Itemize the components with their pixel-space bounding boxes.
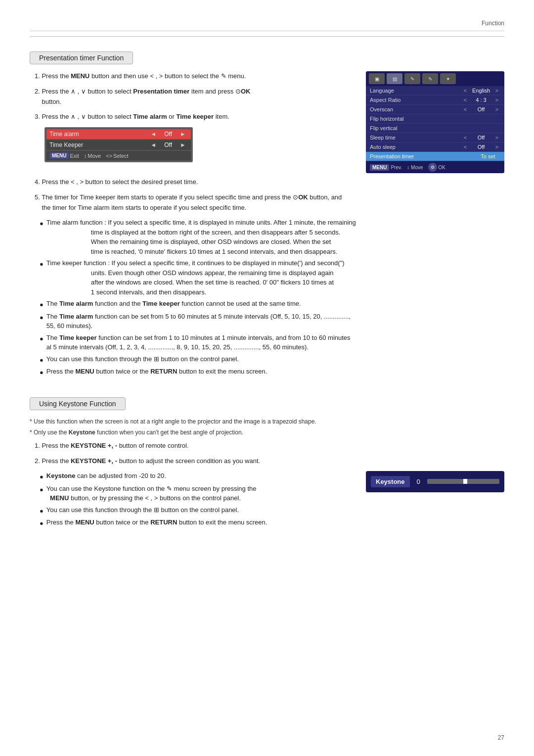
section1-bullets: ● Time alarm function : If you select a … bbox=[40, 218, 504, 378]
keystone-panel-value: 0 bbox=[417, 478, 420, 485]
keystone-panel-label: Keystone bbox=[371, 476, 410, 487]
step2-text: 2. Press the ∧ , ∨ button to select Pres… bbox=[35, 88, 250, 105]
ok-btn[interactable]: ⊙ bbox=[428, 163, 437, 172]
section2-title: Using Keystone Function bbox=[30, 397, 126, 410]
tab-func2[interactable]: ✎ bbox=[422, 73, 438, 84]
time-alarm-row: Time alarm ◄ Off ► bbox=[46, 129, 191, 139]
step-4: 4. Press the < , > button to select the … bbox=[30, 177, 504, 188]
tab-display[interactable]: ▣ bbox=[369, 73, 385, 84]
step3-text: 3. Press the ∧ , ∨ button to select Time… bbox=[35, 113, 229, 120]
menu-autosleep-row: Auto sleep < Off > bbox=[366, 142, 504, 152]
bullet-2: ● Time keeper function : If you select a… bbox=[40, 258, 504, 297]
section1-title: Presentation timer Function bbox=[30, 51, 133, 64]
tab-func1[interactable]: ✎ bbox=[404, 73, 420, 84]
keystone-step-1: 1. Press the KEYSTONE +, - button of rem… bbox=[30, 441, 504, 451]
sleep-value: Off bbox=[469, 135, 493, 141]
keystone-step-2: 2. Press the KEYSTONE +, - button to adj… bbox=[30, 456, 356, 467]
menu-flip-v-row: Flip vertical bbox=[366, 124, 504, 133]
menu-aspect-row: Aspect Ratio < 4 : 3 > bbox=[366, 95, 504, 105]
presentation-label: Presentation timer bbox=[370, 153, 476, 159]
bullet-7: ● Press the MENU button twice or the RET… bbox=[40, 367, 504, 378]
keystone-bullet-3: ● You can use this function through the … bbox=[40, 505, 356, 516]
menu-overscan-row: Overscan < Off > bbox=[366, 105, 504, 114]
menu-language-row: Language < English > bbox=[366, 86, 504, 95]
language-label: Language bbox=[370, 88, 462, 94]
keystone-panel: Keystone 0 bbox=[366, 471, 504, 492]
step1-num: 1. Press the MENU button and then use < … bbox=[35, 72, 246, 80]
menu-exit-btn[interactable]: MENU bbox=[49, 152, 69, 159]
autosleep-label: Auto sleep bbox=[370, 144, 462, 150]
time-alarm-value: Off bbox=[158, 131, 178, 138]
step-1: 1. Press the MENU button and then use < … bbox=[30, 71, 356, 82]
keystone-bar bbox=[427, 479, 499, 484]
presentation-timer-section: Presentation timer Function 1. Press the… bbox=[30, 51, 504, 378]
presentation-value: To set bbox=[476, 153, 500, 159]
move-icon: ↕ bbox=[407, 165, 409, 170]
menu-sleep-row: Sleep time < Off > bbox=[366, 133, 504, 142]
sleep-label: Sleep time bbox=[370, 135, 462, 141]
overscan-label: Overscan bbox=[370, 106, 462, 112]
page-header: Function bbox=[30, 20, 504, 31]
keystone-bullet-1: ● Keystone can be adjusted from -20 to 2… bbox=[40, 471, 356, 482]
keystone-bullets: ● Keystone can be adjusted from -20 to 2… bbox=[40, 471, 356, 528]
keystone-bullet-2: ● You can use the Keystone function on t… bbox=[40, 484, 356, 503]
time-alarm-label: Time alarm bbox=[49, 131, 148, 138]
menu-flip-h-row: Flip horizontal bbox=[366, 114, 504, 124]
menu-panel: ▣ ▤ ✎ ✎ ✦ Language < English > Aspect Ra… bbox=[366, 71, 504, 173]
language-value: English bbox=[469, 88, 493, 94]
bullet-3: ● The Time alarm function and the Time k… bbox=[40, 299, 504, 310]
note-1: * Use this function when the screen is n… bbox=[30, 417, 504, 426]
tab-special[interactable]: ✦ bbox=[440, 73, 456, 84]
bullet-5: ● The Time keeper function can be set fr… bbox=[40, 333, 504, 352]
flip-v-label: Flip vertical bbox=[370, 125, 500, 131]
step-2: 2. Press the ∧ , ∨ button to select Pres… bbox=[30, 87, 356, 107]
menu-tabs: ▣ ▤ ✎ ✎ ✦ bbox=[366, 71, 504, 86]
time-selection-table: Time alarm ◄ Off ► Time Keeper ◄ Off ► M… bbox=[44, 127, 193, 162]
time-keeper-row: Time Keeper ◄ Off ► bbox=[46, 140, 191, 150]
bullet-4: ● The Time alarm function can be set fro… bbox=[40, 312, 504, 331]
flip-h-label: Flip horizontal bbox=[370, 116, 500, 122]
aspect-label: Aspect Ratio bbox=[370, 97, 462, 103]
note-2: * Only use the Keystone function when yo… bbox=[30, 428, 504, 437]
steps-1-3: 1. Press the MENU button and then use < … bbox=[30, 71, 356, 166]
keystone-step-2-left: 2. Press the KEYSTONE +, - button to adj… bbox=[30, 456, 356, 530]
aspect-value: 4 : 3 bbox=[469, 97, 493, 103]
autosleep-value: Off bbox=[469, 144, 493, 150]
keystone-section: Using Keystone Function * Use this funct… bbox=[30, 397, 504, 530]
menu-prev-btn[interactable]: MENU bbox=[370, 164, 389, 171]
step-3: 3. Press the ∧ , ∨ button to select Time… bbox=[30, 112, 356, 122]
keystone-fill bbox=[463, 479, 467, 484]
time-keeper-label: Time Keeper bbox=[49, 142, 148, 148]
header-function-label: Function bbox=[482, 20, 504, 27]
tab-setup[interactable]: ▤ bbox=[387, 73, 402, 84]
menu-footer: MENU Prev. ↕ Move ⊙ OK bbox=[366, 161, 504, 173]
page-number: 27 bbox=[498, 734, 504, 741]
time-keeper-value: Off bbox=[158, 142, 178, 148]
overscan-value: Off bbox=[469, 106, 493, 112]
step-5: 5. The timer for Time keeper item starts… bbox=[30, 192, 504, 213]
menu-presentation-row: Presentation timer To set bbox=[366, 152, 504, 161]
keystone-bullet-4: ● Press the MENU button twice or the RET… bbox=[40, 518, 356, 528]
bullet-6: ● You can use this function through the … bbox=[40, 354, 504, 365]
bullet-1: ● Time alarm function : If you select a … bbox=[40, 218, 504, 256]
table-footer: MENU Exit ↕ Move <> Select bbox=[46, 151, 191, 160]
